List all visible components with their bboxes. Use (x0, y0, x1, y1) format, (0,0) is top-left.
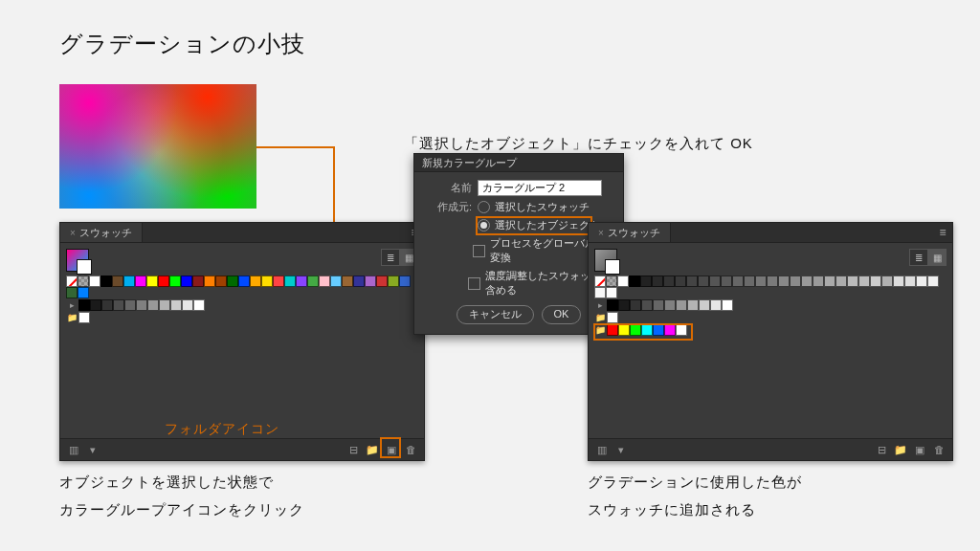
swatch[interactable] (709, 276, 721, 287)
swatch[interactable] (664, 299, 676, 311)
swatch[interactable] (215, 276, 227, 287)
swatch[interactable] (227, 276, 238, 287)
swatch[interactable] (192, 276, 204, 287)
swatch[interactable] (399, 276, 411, 287)
swatch[interactable] (250, 276, 261, 287)
swatch[interactable] (653, 324, 664, 336)
swatch[interactable] (606, 287, 617, 298)
swatch[interactable] (640, 276, 652, 287)
swatch-library-icon[interactable]: ▥ (594, 443, 610, 456)
swatch[interactable] (687, 299, 699, 311)
swatch[interactable] (273, 276, 284, 287)
swatch[interactable] (193, 299, 205, 311)
swatch[interactable] (261, 276, 273, 287)
swatch[interactable] (169, 276, 181, 287)
swatch[interactable] (927, 276, 939, 287)
swatch[interactable] (652, 276, 663, 287)
swatch[interactable] (376, 276, 388, 287)
swatch[interactable] (676, 324, 687, 336)
swatch[interactable] (629, 276, 640, 287)
swatch-options-icon[interactable]: ⊟ (874, 443, 889, 456)
panel-tab-swatch[interactable]: ×スウォッチ (589, 223, 671, 242)
swatch-kind-icon[interactable]: ▾ (613, 443, 629, 456)
swatch[interactable] (330, 276, 342, 287)
swatch[interactable] (594, 287, 606, 298)
swatch[interactable] (607, 324, 618, 336)
cancel-button[interactable]: キャンセル (457, 305, 534, 324)
swatch[interactable] (881, 276, 893, 287)
swatch[interactable] (136, 299, 147, 311)
swatch[interactable] (813, 276, 824, 287)
swatch[interactable] (630, 324, 641, 336)
swatch[interactable] (893, 276, 904, 287)
swatch[interactable] (607, 299, 618, 311)
swatch[interactable] (618, 324, 630, 336)
panel-tab-swatch[interactable]: ×スウォッチ (60, 223, 143, 242)
swatch[interactable] (824, 276, 835, 287)
folder-collapse-icon[interactable]: ▸ (594, 299, 606, 311)
swatch[interactable] (710, 299, 722, 311)
swatch[interactable] (342, 276, 353, 287)
swatch[interactable] (594, 276, 606, 287)
swatch[interactable] (204, 276, 215, 287)
swatch[interactable] (676, 299, 687, 311)
swatch[interactable] (123, 276, 135, 287)
swatch-library-icon[interactable]: ▥ (66, 443, 81, 456)
radio-selected-object[interactable] (478, 219, 490, 231)
swatch[interactable] (617, 276, 629, 287)
swatch[interactable] (319, 276, 330, 287)
swatch[interactable] (158, 276, 169, 287)
swatch[interactable] (78, 312, 90, 323)
swatch[interactable] (755, 276, 767, 287)
new-swatch-icon[interactable]: ▣ (384, 443, 399, 456)
swatch[interactable] (698, 276, 709, 287)
folder-icon[interactable]: 📁 (66, 312, 78, 323)
radio-selected-swatch[interactable] (478, 201, 490, 213)
swatch[interactable] (790, 276, 801, 287)
swatch[interactable] (101, 299, 113, 311)
swatch[interactable] (365, 276, 376, 287)
view-list-icon[interactable]: ≣ (910, 250, 927, 265)
swatch[interactable] (100, 276, 112, 287)
swatch[interactable] (147, 299, 159, 311)
swatch[interactable] (663, 276, 675, 287)
swatch[interactable] (170, 299, 182, 311)
swatch[interactable] (870, 276, 881, 287)
swatch[interactable] (767, 276, 778, 287)
swatch[interactable] (607, 312, 618, 323)
swatch[interactable] (641, 299, 653, 311)
folder-icon[interactable]: 📁 (594, 312, 606, 323)
swatch[interactable] (113, 299, 124, 311)
swatch[interactable] (353, 276, 365, 287)
swatch-options-icon[interactable]: ⊟ (345, 443, 361, 456)
swatch[interactable] (778, 276, 790, 287)
checkbox-tint[interactable] (468, 277, 480, 290)
name-field[interactable]: カラーグループ 2 (478, 180, 602, 196)
swatch[interactable] (182, 299, 193, 311)
folder-collapse-icon[interactable]: ▸ (66, 299, 78, 311)
swatch[interactable] (112, 276, 123, 287)
swatch[interactable] (699, 299, 710, 311)
swatch[interactable] (135, 276, 146, 287)
swatch[interactable] (124, 299, 136, 311)
view-grid-icon[interactable]: ▦ (927, 250, 946, 265)
swatch[interactable] (146, 276, 158, 287)
swatch[interactable] (641, 324, 653, 336)
swatch[interactable] (732, 276, 744, 287)
ok-button[interactable]: OK (542, 305, 582, 324)
swatch[interactable] (858, 276, 870, 287)
swatch[interactable] (66, 287, 78, 298)
swatch[interactable] (78, 276, 89, 287)
close-icon[interactable]: × (598, 228, 604, 238)
swatch[interactable] (847, 276, 858, 287)
swatch[interactable] (238, 276, 250, 287)
swatch[interactable] (66, 276, 78, 287)
swatch[interactable] (284, 276, 296, 287)
swatch[interactable] (78, 287, 89, 298)
swatch[interactable] (618, 299, 630, 311)
swatch[interactable] (388, 276, 399, 287)
new-color-group-icon[interactable]: 📁 (365, 443, 380, 456)
swatch[interactable] (159, 299, 170, 311)
swatch[interactable] (904, 276, 916, 287)
swatch[interactable] (801, 276, 813, 287)
